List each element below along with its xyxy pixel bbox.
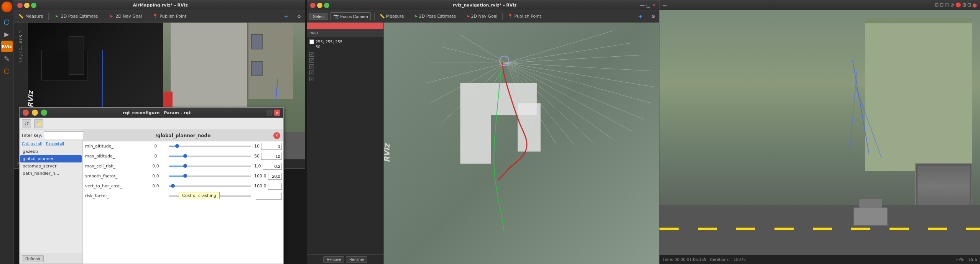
rviz-right-minimize-btn[interactable] (317, 3, 322, 8)
slider-max-altitude[interactable] (167, 156, 253, 157)
param-value-risk-factor[interactable] (256, 193, 282, 200)
param-value-smooth-factor[interactable] (268, 173, 282, 180)
param-value-min-altitude[interactable] (261, 143, 282, 150)
rename-btn[interactable]: Rename (346, 256, 367, 263)
sidebar-box-icon[interactable]: ⬡ (1, 65, 13, 77)
node-header-close[interactable]: ✕ (273, 132, 280, 139)
layer-row-3 (307, 64, 383, 70)
slider-thumb-5[interactable] (171, 184, 175, 188)
slider-risk-factor[interactable] (167, 195, 253, 197)
slider-vert-to-hor[interactable] (167, 185, 253, 187)
svg-line-2 (506, 55, 644, 63)
expand-all-btn[interactable]: Expand all (46, 142, 64, 146)
slider-thumb-3[interactable] (183, 164, 187, 168)
toolbar-publish-point[interactable]: 📍 Publish Point (151, 13, 188, 20)
rqt-maximize-btn[interactable] (41, 110, 47, 116)
slider-smooth-factor[interactable] (167, 175, 253, 177)
tree-item-path-handler[interactable]: path_handler_n... (20, 170, 82, 177)
rviz-left-close-btn[interactable] (17, 3, 23, 8)
svg-line-14 (441, 47, 506, 63)
nav-toolbar-pose-estimate[interactable]: ➤ 2D Pose Estimate (413, 13, 457, 20)
param-value-vert-to-hor[interactable] (268, 183, 282, 190)
focus-camera-btn[interactable]: 📷 Focus Camera (331, 12, 371, 20)
sidebar-firefox-icon[interactable] (2, 2, 12, 12)
layer-checkbox-4[interactable] (309, 71, 314, 75)
svg-line-16 (426, 63, 506, 83)
rviz-left-maximize-btn[interactable] (31, 3, 36, 8)
nav-toolbar-publish-point[interactable]: 📍 Publish Point (506, 13, 543, 20)
slider-thumb-2[interactable] (183, 154, 187, 158)
layer-row-5 (307, 76, 383, 82)
layer-checkbox-3[interactable] (309, 64, 314, 69)
param-value-max-altitude[interactable] (261, 153, 282, 160)
rviz-right-min-icon[interactable]: — (640, 3, 645, 8)
rviz-right-close-btn[interactable] (310, 3, 316, 8)
param-min-0d: 0.0 (144, 174, 167, 179)
tree-item-global-planner[interactable]: global_planner (20, 155, 82, 162)
toolbar-nav-goal[interactable]: ➤ 2D Nav Goal (107, 13, 143, 20)
rqt-refresh-icon-btn[interactable]: ↺ (22, 119, 31, 128)
slider-thumb-4[interactable] (183, 174, 187, 178)
rviz-right-close-icon[interactable]: ✕ (652, 3, 656, 8)
slider-thumb-1[interactable] (175, 144, 179, 148)
sidebar-rviz-icon[interactable]: RViz (1, 41, 13, 52)
toolbar-add-btn[interactable]: + (284, 13, 288, 20)
layer-checkbox-2[interactable] (309, 58, 314, 63)
select-btn[interactable]: Select (309, 13, 328, 20)
toolbar-sep-3 (147, 13, 147, 20)
far-right-window: — □ ⊞ ⊡ ◫ ⊘ 🔴 ⊞ ⊡ ● (659, 0, 980, 264)
slider-max-cell-risk[interactable] (167, 166, 253, 167)
sidebar-terminal-icon[interactable]: ▶ (1, 28, 13, 40)
toolbar-measure[interactable]: 📏 Measure (16, 13, 45, 20)
rqt-tree: gazebo global_planner octomap_server pat… (20, 147, 82, 253)
rqt-minimize-btn[interactable] (32, 110, 38, 116)
tree-item-gazebo[interactable]: gazebo (20, 148, 82, 155)
far-road (659, 205, 980, 255)
nav-toolbar-nav-goal[interactable]: ➤ 2D Nav Goal (465, 13, 499, 20)
slider-track-3 (169, 166, 251, 167)
nav-toolbar-add-btn[interactable]: + (638, 13, 643, 20)
toolbar-remove-btn[interactable]: – (291, 13, 293, 20)
nav-toolbar-remove-btn[interactable]: – (645, 13, 648, 20)
rviz-left-minimize-btn[interactable] (24, 3, 30, 8)
rqt-close-btn[interactable] (23, 110, 29, 116)
far-close-btn[interactable]: ● (972, 2, 977, 8)
rqt-titlebar-right: ⬛ ✕ (266, 110, 280, 116)
nav-toolbar-measure[interactable]: 📏 Measure (378, 13, 406, 20)
param-max-smooth-factor: 100.0 (253, 173, 283, 180)
toolbar-settings-icon[interactable]: ⚙ (296, 13, 303, 20)
rviz-right-maximize-btn[interactable] (324, 3, 329, 8)
sidebar-bottom-buttons: Remove Rename (307, 254, 383, 264)
rqt-folder-btn[interactable]: 📁 (34, 119, 43, 128)
slider-min-altitude[interactable] (167, 146, 253, 147)
nav-goal-icon-right: ➤ (466, 14, 470, 19)
far-iterations-label: Iterations: (710, 257, 730, 262)
nav-toolbar-settings-icon[interactable]: ⚙ (650, 13, 657, 20)
far-right-statusbar: Time: 00:00:01:06.155 Iterations: 18375 … (659, 255, 980, 264)
far-right-3d-scene[interactable] (659, 10, 980, 255)
rqt-left-panel: Filter key: Collapse all | Expand all ga… (20, 130, 83, 264)
far-minimize-icon[interactable]: — (663, 3, 667, 8)
tree-item-octomap[interactable]: octomap_server (20, 162, 82, 170)
param-row-max-cell-risk: max_cell_risk_ 0.0 1.0 (83, 161, 283, 171)
global-sidebar: ⬡ ▶ RViz ✎ ⬡ (0, 0, 14, 264)
y-right-label: Y. Right-C... (19, 45, 23, 63)
param-row-risk-factor: risk_factor_ (83, 191, 283, 201)
rviz-right-max-icon[interactable]: □ (646, 3, 651, 8)
refresh-btn[interactable]: Refresh (22, 255, 44, 262)
toolbar-pose-estimate[interactable]: ➤ 2D Pose Estimate (52, 13, 100, 20)
far-maximize-icon[interactable]: □ (668, 3, 672, 8)
sidebar-vscode-icon[interactable]: ⬡ (1, 16, 13, 28)
remove-btn[interactable]: Remove (323, 256, 344, 263)
layer-checkbox-5[interactable] (309, 77, 314, 81)
sidebar-edit-icon[interactable]: ✎ (1, 53, 13, 64)
folder-icon: 📁 (36, 121, 42, 126)
far-fps-value: 15.6 (968, 257, 977, 262)
rqt-x-btn[interactable]: ✕ (274, 110, 280, 116)
param-value-max-cell-risk[interactable] (263, 163, 282, 170)
rqt-dock-btn[interactable]: ⬛ (266, 110, 273, 116)
nav-map-viewport[interactable]: RViz (384, 23, 659, 264)
robot-body (853, 207, 888, 226)
layer-checkbox-1[interactable] (309, 52, 314, 57)
collapse-all-btn[interactable]: Collapse all (22, 142, 42, 146)
